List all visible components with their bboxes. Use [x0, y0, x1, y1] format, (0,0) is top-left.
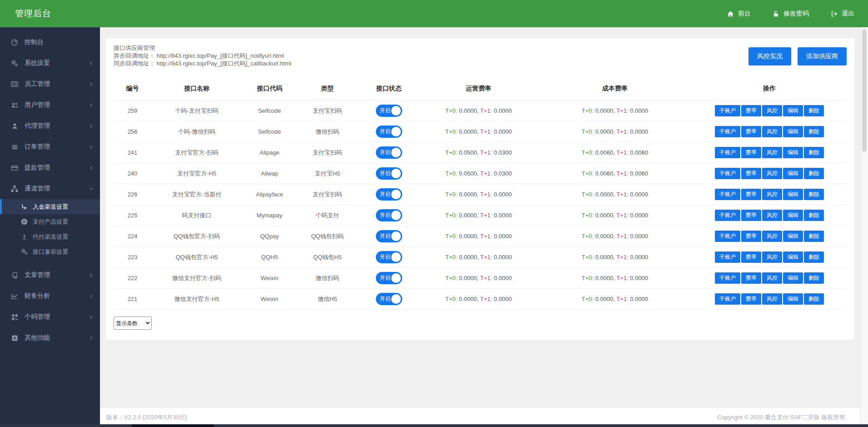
action-button-3[interactable]: 风控	[762, 168, 782, 179]
sidebar-item-7[interactable]: 提款管理	[0, 157, 100, 178]
sidebar-item-9[interactable]: 文章管理	[0, 265, 100, 286]
sidebar-item-10[interactable]: 财务分析	[0, 286, 100, 306]
nav-link-unlock[interactable]: 修改密码	[773, 10, 809, 18]
page-title: 接口供应商管理	[114, 44, 291, 52]
t1-label: T+1:	[617, 212, 629, 219]
action-button-2[interactable]: 费率	[741, 231, 761, 242]
action-button-3[interactable]: 风控	[762, 210, 782, 221]
action-button-5[interactable]: 删除	[804, 126, 824, 137]
action-button-4[interactable]: 编辑	[783, 231, 803, 242]
action-button-5[interactable]: 删除	[804, 168, 824, 179]
action-button-5[interactable]: 删除	[804, 210, 824, 221]
action-button-1[interactable]: 子账户	[715, 147, 740, 158]
action-button-3[interactable]: 风控	[762, 272, 782, 284]
status-toggle[interactable]: 开启	[376, 209, 402, 221]
status-toggle[interactable]: 开启	[376, 251, 402, 263]
horizontal-scrollbar[interactable]	[0, 424, 868, 427]
action-button-4[interactable]: 编辑	[783, 168, 803, 179]
status-toggle[interactable]: 开启	[376, 146, 402, 159]
sidebar-subitem-3[interactable]: 代付渠道设置	[0, 229, 100, 244]
status-toggle[interactable]: 开启	[376, 126, 402, 138]
action-button-5[interactable]: 删除	[804, 189, 824, 200]
sidebar-item-8[interactable]: 通道管理	[0, 178, 100, 199]
action-button-3[interactable]: 风控	[762, 231, 782, 242]
action-button-4[interactable]: 编辑	[783, 126, 803, 137]
action-button-5[interactable]: 删除	[804, 231, 824, 242]
action-button-1[interactable]: 子账户	[715, 168, 740, 179]
action-button-1[interactable]: 子账户	[715, 189, 740, 200]
nav-link-home[interactable]: 前台	[727, 10, 751, 18]
action-button-2[interactable]: 费率	[741, 147, 761, 158]
action-button-2[interactable]: 费率	[741, 189, 761, 200]
status-toggle[interactable]: 开启	[376, 272, 402, 284]
cost-t0-value: 0.0000	[595, 275, 614, 281]
action-button-3[interactable]: 风控	[762, 126, 782, 137]
row-id: 223	[114, 247, 151, 268]
action-button-1[interactable]: 子账户	[715, 210, 740, 221]
horizontal-scrollbar-thumb[interactable]	[132, 424, 214, 427]
vertical-scrollbar[interactable]	[860, 27, 868, 424]
action-button-2[interactable]: 费率	[741, 126, 761, 137]
action-button-2[interactable]: 费率	[741, 251, 761, 263]
action-button-3[interactable]: 风控	[762, 189, 782, 200]
status-toggle[interactable]: 开启	[376, 230, 402, 242]
status-toggle[interactable]: 开启	[376, 167, 402, 180]
sidebar-subitem-2[interactable]: P支付产品设置	[0, 214, 100, 229]
action-button-4[interactable]: 编辑	[783, 147, 803, 158]
action-button-5[interactable]: 删除	[804, 147, 824, 158]
action-button-1[interactable]: 子账户	[715, 293, 740, 305]
sidebar-subitem-1[interactable]: 入金渠道设置	[0, 199, 100, 214]
svg-text:P: P	[23, 220, 25, 224]
action-button-2[interactable]: 费率	[741, 210, 761, 221]
action-button-4[interactable]: 编辑	[783, 105, 803, 116]
sidebar-item-12[interactable]: 其他功能	[0, 327, 100, 348]
action-button-3[interactable]: 风控	[762, 147, 782, 158]
status-toggle[interactable]: 开启	[376, 105, 402, 117]
sidebar-item-label: 财务分析	[25, 292, 89, 300]
sidebar-item-1[interactable]: 控制台	[0, 32, 100, 53]
page-size-select[interactable]: 显示条数	[114, 316, 152, 330]
action-button-4[interactable]: 编辑	[783, 210, 803, 221]
column-header-1: 编号	[114, 79, 151, 100]
sidebar-item-11[interactable]: 个码管理	[0, 306, 100, 327]
action-button-2[interactable]: 费率	[741, 105, 761, 116]
table-row: 259个码-支付宝扫码Selfcode支付宝扫码开启T+0: 0.0000, T…	[114, 100, 847, 121]
t0-label: T+0:	[582, 212, 594, 219]
sidebar-item-5[interactable]: 代理管理	[0, 116, 100, 136]
sidebar-item-4[interactable]: 用户管理	[0, 95, 100, 116]
brand: 管理后台	[10, 8, 51, 20]
action-button-4[interactable]: 编辑	[783, 251, 803, 263]
action-button-3[interactable]: 风控	[762, 293, 782, 305]
action-button-1[interactable]: 子账户	[715, 251, 740, 263]
action-button-4[interactable]: 编辑	[783, 293, 803, 305]
t1-label: T+1:	[617, 233, 629, 240]
add-supplier-button[interactable]: 添加供应商	[798, 47, 847, 65]
sidebar-item-3[interactable]: 员工管理	[0, 74, 100, 95]
action-button-4[interactable]: 编辑	[783, 189, 803, 200]
action-button-1[interactable]: 子账户	[715, 126, 740, 137]
action-button-2[interactable]: 费率	[741, 293, 761, 305]
sidebar-subitem-4[interactable]: 接口兼容设置	[0, 244, 100, 259]
status-toggle[interactable]: 开启	[376, 188, 402, 201]
risk-live-button[interactable]: 风控实况	[748, 47, 791, 65]
product-icon: P	[20, 218, 28, 225]
vertical-scrollbar-thumb[interactable]	[862, 29, 867, 152]
action-button-3[interactable]: 风控	[762, 251, 782, 263]
action-button-5[interactable]: 删除	[804, 293, 824, 305]
action-button-5[interactable]: 删除	[804, 251, 824, 263]
action-button-1[interactable]: 子账户	[715, 272, 740, 284]
action-button-3[interactable]: 风控	[762, 105, 782, 116]
table-row: 224QQ钱包官方-扫码QQpayQQ钱包扫码开启T+0: 0.0000, T+…	[114, 226, 847, 247]
action-button-1[interactable]: 子账户	[715, 231, 740, 242]
action-button-5[interactable]: 删除	[804, 272, 824, 284]
sidebar-item-2[interactable]: 系统设置	[0, 53, 100, 74]
action-button-4[interactable]: 编辑	[783, 272, 803, 284]
action-button-5[interactable]: 删除	[804, 105, 824, 116]
sidebar-item-6[interactable]: 订单管理	[0, 136, 100, 157]
nav-link-signout[interactable]: 退出	[831, 10, 854, 18]
cost-t1-value: 0.0000	[630, 212, 649, 219]
action-button-2[interactable]: 费率	[741, 272, 761, 284]
status-toggle[interactable]: 开启	[376, 293, 402, 305]
action-button-1[interactable]: 子账户	[715, 105, 740, 116]
action-button-2[interactable]: 费率	[741, 168, 761, 179]
